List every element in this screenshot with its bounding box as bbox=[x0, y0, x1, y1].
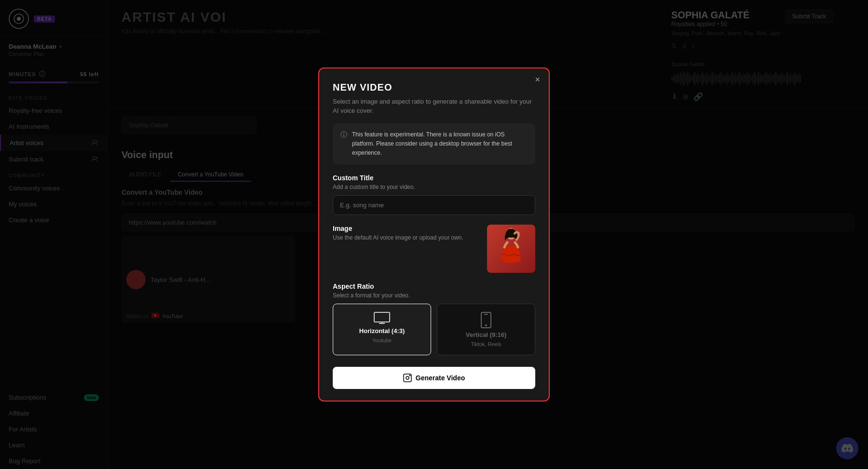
modal-close-button[interactable]: × bbox=[535, 75, 540, 84]
aspect-ratio-desc: Select a format for your video. bbox=[333, 292, 535, 299]
svg-point-13 bbox=[409, 375, 410, 376]
custom-title-label: Custom Title bbox=[333, 174, 535, 182]
custom-title-desc: Add a custom title to your video. bbox=[333, 184, 535, 190]
notice-info-icon: ⓘ bbox=[340, 131, 347, 158]
modal-description: Select an image and aspect ratio to gene… bbox=[333, 97, 535, 116]
aspect-vertical-option[interactable]: Vertical (9:16) Tiktok, Reels bbox=[437, 304, 535, 355]
vertical-label: Vertical (9:16) bbox=[466, 331, 507, 338]
image-label: Image bbox=[333, 225, 477, 232]
image-info: Image Use the default AI voice image or … bbox=[333, 225, 477, 246]
modal-notice-text: This feature is experimental. There is a… bbox=[352, 130, 528, 158]
modal-title: NEW VIDEO bbox=[333, 82, 535, 93]
svg-rect-7 bbox=[374, 312, 390, 322]
generate-video-button[interactable]: Generate Video bbox=[333, 367, 535, 389]
new-video-modal: × NEW VIDEO Select an image and aspect r… bbox=[318, 67, 550, 402]
svg-point-9 bbox=[485, 324, 487, 326]
aspect-ratio-label: Aspect Ratio bbox=[333, 282, 535, 290]
aspect-ratio-options: Horizontal (4:3) Youtube Vertical (9:16)… bbox=[333, 304, 535, 355]
aspect-horizontal-option[interactable]: Horizontal (4:3) Youtube bbox=[333, 304, 431, 355]
vertical-sublabel: Tiktok, Reels bbox=[471, 341, 501, 347]
horizontal-sublabel: Youtube bbox=[372, 337, 392, 343]
modal-notice: ⓘ This feature is experimental. There is… bbox=[333, 123, 535, 165]
horizontal-icon bbox=[374, 312, 390, 324]
artist-thumbnail[interactable] bbox=[487, 225, 535, 273]
custom-title-input[interactable] bbox=[333, 195, 535, 215]
svg-rect-10 bbox=[484, 314, 488, 315]
generate-video-icon bbox=[403, 374, 412, 382]
svg-point-12 bbox=[406, 376, 409, 379]
artist-figure-svg bbox=[492, 227, 530, 270]
modal-overlay[interactable]: × NEW VIDEO Select an image and aspect r… bbox=[0, 0, 868, 469]
image-desc: Use the default AI voice image or upload… bbox=[333, 234, 477, 241]
vertical-icon bbox=[481, 312, 491, 328]
image-row: Image Use the default AI voice image or … bbox=[333, 225, 535, 273]
horizontal-label: Horizontal (4:3) bbox=[359, 327, 405, 335]
